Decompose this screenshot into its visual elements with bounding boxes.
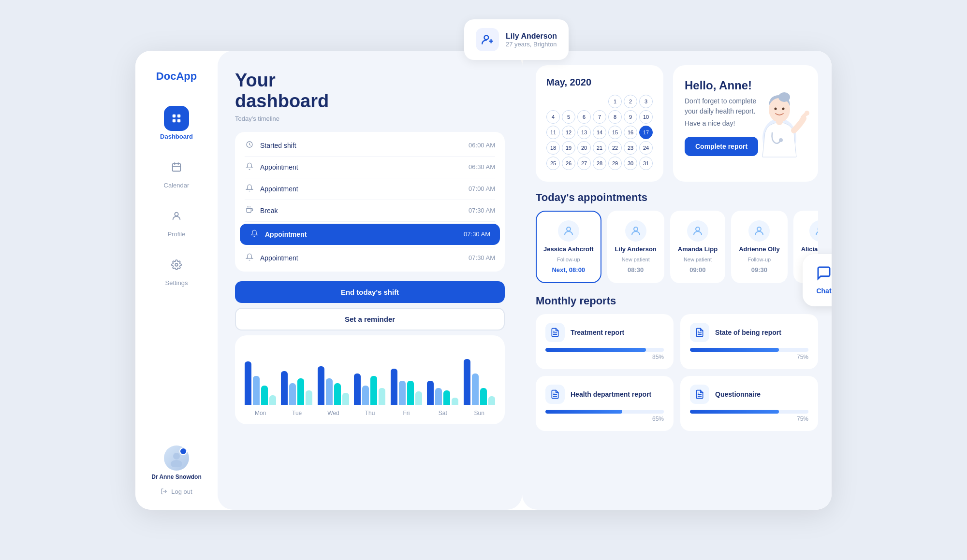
cal-day-6[interactable]: 6	[577, 110, 591, 124]
reminder-button[interactable]: Set a reminder	[235, 308, 505, 330]
report-card-3: Questionnaire75%	[680, 376, 818, 431]
bar-group-sat	[427, 381, 458, 405]
sidebar-item-dashboard[interactable]: Dashboard	[135, 100, 218, 146]
end-shift-button[interactable]: End today's shift	[235, 281, 505, 303]
timeline-label-5: Appointment	[260, 254, 463, 262]
cal-day-30[interactable]: 30	[624, 157, 637, 170]
appointment-card-2[interactable]: Amanda LippNew patient09:00	[670, 211, 725, 283]
cal-day-22[interactable]: 22	[608, 141, 622, 155]
bar-lcyan-3	[379, 388, 385, 405]
cal-day-12[interactable]: 12	[562, 126, 575, 139]
sidebar-nav: Dashboard Calendar	[135, 100, 218, 292]
break-icon	[245, 206, 254, 215]
appt-type-3: Follow-up	[748, 257, 771, 262]
sidebar-item-settings[interactable]: Settings	[135, 246, 218, 292]
patient-card-top[interactable]: Lily Anderson 27 years, Brighton	[464, 19, 569, 60]
cal-day-17[interactable]: 17	[639, 126, 653, 139]
bar-group-sun	[464, 359, 495, 405]
appt-name-4: Alicia James	[801, 245, 818, 253]
appt-type-0: Follow-up	[557, 257, 580, 262]
doctor-illustration	[741, 65, 818, 182]
svg-point-17	[782, 108, 785, 110]
sidebar-item-calendar[interactable]: Calendar	[135, 149, 218, 195]
clock-icon	[245, 141, 254, 150]
cal-day-14[interactable]: 14	[593, 126, 606, 139]
dashboard-title: Yourdashboard	[235, 70, 505, 112]
logout-button[interactable]: Log out	[161, 488, 192, 495]
cal-day-21[interactable]: 21	[593, 141, 606, 155]
sidebar: DocApp Dashboard	[135, 51, 218, 510]
svg-point-12	[779, 138, 783, 142]
bar-cyan-2	[334, 383, 341, 405]
avatar	[164, 445, 189, 471]
report-name-0: Treatment report	[571, 329, 624, 336]
cal-day-1[interactable]: 1	[608, 95, 622, 108]
cal-day-25[interactable]: 25	[546, 157, 560, 170]
cal-day-15[interactable]: 15	[608, 126, 622, 139]
cal-day-5[interactable]: 5	[562, 110, 575, 124]
settings-icon	[164, 252, 189, 277]
timeline-label: Today's timeline	[235, 115, 505, 122]
bar-group-fri	[391, 369, 422, 405]
calendar-icon	[164, 155, 189, 180]
cal-day-16[interactable]: 16	[624, 126, 637, 139]
svg-point-0	[484, 35, 489, 40]
cal-day-23[interactable]: 23	[624, 141, 637, 155]
cal-day-20[interactable]: 20	[577, 141, 591, 155]
right-panel: May, 2020 123456789101112131415161718192…	[522, 51, 832, 510]
report-icon-3	[690, 385, 709, 404]
timeline-label-4: Appointment	[265, 230, 458, 238]
cal-day-31[interactable]: 31	[639, 157, 653, 170]
appt-avatar-3	[748, 220, 770, 242]
chart-label-sat: Sat	[427, 410, 458, 416]
appt-avatar-0	[558, 220, 579, 242]
cal-day-13[interactable]: 13	[577, 126, 591, 139]
appointment-card-0[interactable]: Jessica AshcroftFollow-upNext, 08:00	[536, 211, 601, 283]
timeline-time-2: 07:00 AM	[469, 185, 495, 192]
bar-dark-2	[318, 366, 324, 405]
profile-icon	[164, 203, 189, 229]
chart-label-sun: Sun	[464, 410, 495, 416]
cal-day-9[interactable]: 9	[624, 110, 637, 124]
svg-rect-1	[173, 114, 176, 117]
bar-lcyan-4	[415, 391, 422, 405]
cal-day-10[interactable]: 10	[639, 110, 653, 124]
cal-day-26[interactable]: 26	[562, 157, 575, 170]
timeline-item-4: Appointment 07:30 AM	[240, 224, 500, 245]
chat-button[interactable]: Chat	[803, 254, 832, 306]
cal-day-8[interactable]: 8	[608, 110, 622, 124]
appointment-card-1[interactable]: Lily AndersonNew patient08:30	[607, 211, 664, 283]
main-wrapper: Lily Anderson 27 years, Brighton DocApp	[0, 0, 967, 560]
cal-day-28[interactable]: 28	[593, 157, 606, 170]
cal-day-18[interactable]: 18	[546, 141, 560, 155]
timeline-item-2: Appointment 07:00 AM	[235, 178, 505, 200]
cal-day-11[interactable]: 11	[546, 126, 560, 139]
cal-day-29[interactable]: 29	[608, 157, 622, 170]
timeline-label-3: Break	[260, 207, 463, 215]
patient-name: Lily Anderson	[506, 32, 557, 41]
cal-day-27[interactable]: 27	[577, 157, 591, 170]
bar-cyan-6	[480, 388, 487, 405]
progress-pct-0: 85%	[545, 354, 664, 360]
bar-light-4	[399, 381, 406, 405]
timeline-label-0: Started shift	[260, 142, 463, 149]
sidebar-item-profile[interactable]: Profile	[135, 198, 218, 244]
cal-day-7[interactable]: 7	[593, 110, 606, 124]
svg-point-21	[696, 227, 700, 231]
progress-fill-3	[690, 410, 779, 414]
cal-day-4[interactable]: 4	[546, 110, 560, 124]
bar-cyan-5	[443, 390, 450, 405]
bar-group-thu	[354, 373, 385, 405]
appointments-title: Today's appointments	[536, 191, 818, 204]
cal-day-19[interactable]: 19	[562, 141, 575, 155]
appointment-card-3[interactable]: Adrienne OllyFollow-up09:30	[731, 211, 788, 283]
calendar-label: Calendar	[164, 182, 190, 189]
report-icon-2	[545, 385, 565, 404]
cal-empty	[562, 95, 575, 108]
cal-day-3[interactable]: 3	[639, 95, 653, 108]
bar-dark-6	[464, 359, 470, 405]
cal-day-2[interactable]: 2	[624, 95, 637, 108]
bar-light-1	[289, 383, 296, 405]
bar-group-wed	[318, 366, 349, 405]
cal-day-24[interactable]: 24	[639, 141, 653, 155]
